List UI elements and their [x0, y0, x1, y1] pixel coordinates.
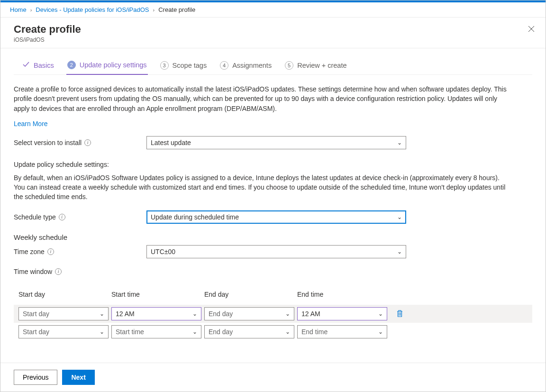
- label-text: Time zone: [14, 248, 45, 255]
- tab-label: Basics: [34, 62, 54, 69]
- select-value: Update during scheduled time: [151, 213, 239, 221]
- select-start-time[interactable]: Start time ⌄: [111, 325, 201, 338]
- select-value: UTC±00: [151, 248, 175, 255]
- info-icon[interactable]: i: [55, 268, 62, 275]
- label-schedule-type: Schedule type i: [14, 213, 146, 221]
- select-end-time[interactable]: End time ⌄: [297, 325, 387, 338]
- select-start-day[interactable]: Start day ⌄: [18, 325, 109, 338]
- select-value: End day: [209, 310, 233, 318]
- chevron-down-icon: ⌄: [378, 328, 383, 335]
- label-text: Select version to install: [14, 139, 82, 146]
- select-value: End day: [209, 328, 233, 336]
- tab-label: Update policy settings: [80, 61, 147, 69]
- breadcrumb: Home › Devices - Update policies for iOS…: [0, 2, 546, 18]
- select-start-day[interactable]: Start day ⌄: [18, 307, 109, 320]
- select-end-time[interactable]: 12 AM ⌄: [297, 307, 387, 320]
- select-value: End time: [301, 328, 328, 336]
- delete-row-button[interactable]: [390, 310, 409, 318]
- select-end-day[interactable]: End day ⌄: [204, 325, 294, 338]
- info-icon[interactable]: i: [84, 139, 91, 146]
- tab-label: Scope tags: [173, 62, 207, 69]
- time-window-table: Start day Start time End day End time St…: [14, 289, 532, 341]
- tab-assignments[interactable]: 4 Assignments: [219, 58, 273, 74]
- check-icon: [22, 61, 30, 70]
- label-text: Time window: [14, 268, 52, 275]
- row-timezone: Time zone i UTC±00 ⌄: [14, 245, 532, 258]
- select-value: 12 AM: [116, 310, 135, 318]
- col-start-time: Start time: [111, 291, 201, 298]
- next-button[interactable]: Next: [62, 370, 94, 385]
- breadcrumb-current: Create profile: [158, 6, 195, 13]
- schedule-settings-desc: By default, when an iOS/iPadOS Software …: [14, 173, 507, 202]
- chevron-right-icon: ›: [30, 7, 32, 13]
- chevron-right-icon: ›: [153, 7, 155, 13]
- tab-basics[interactable]: Basics: [21, 58, 55, 74]
- chevron-down-icon: ⌄: [285, 310, 290, 317]
- chevron-down-icon: ⌄: [397, 248, 402, 255]
- row-schedule-type: Schedule type i Update during scheduled …: [14, 210, 532, 224]
- label-version: Select version to install i: [14, 139, 146, 146]
- row-version: Select version to install i Latest updat…: [14, 136, 532, 149]
- step-number: 3: [160, 61, 169, 70]
- table-row: Start day ⌄ 12 AM ⌄ End day ⌄ 12 AM ⌄: [14, 305, 532, 323]
- select-end-day[interactable]: End day ⌄: [204, 307, 294, 320]
- select-value: Start day: [23, 328, 49, 336]
- page-header: Create profile iOS/iPadOS: [0, 18, 546, 48]
- select-value: Latest update: [151, 139, 191, 146]
- table-row: Start day ⌄ Start time ⌄ End day ⌄ End t…: [14, 323, 532, 341]
- select-schedule-type[interactable]: Update during scheduled time ⌄: [146, 210, 406, 224]
- step-number: 2: [67, 61, 76, 69]
- chevron-down-icon: ⌄: [100, 310, 104, 317]
- select-value: Start time: [116, 328, 144, 336]
- content-area: Basics 2 Update policy settings 3 Scope …: [0, 48, 546, 341]
- select-value: 12 AM: [301, 310, 320, 318]
- breadcrumb-home[interactable]: Home: [10, 6, 27, 13]
- col-start-day: Start day: [18, 291, 109, 298]
- breadcrumb-devices[interactable]: Devices - Update policies for iOS/iPadOS: [36, 6, 149, 13]
- tab-review-create[interactable]: 5 Review + create: [284, 58, 347, 74]
- step-number: 5: [285, 61, 293, 70]
- info-icon[interactable]: i: [47, 248, 54, 255]
- step-number: 4: [220, 61, 228, 70]
- wizard-tabs: Basics 2 Update policy settings 3 Scope …: [14, 48, 532, 75]
- label-timezone: Time zone i: [14, 248, 146, 255]
- select-version[interactable]: Latest update ⌄: [146, 136, 406, 149]
- weekly-schedule-heading: Weekly schedule: [14, 233, 532, 241]
- wizard-footer: Previous Next: [0, 363, 546, 392]
- chevron-down-icon: ⌄: [192, 310, 197, 317]
- schedule-settings-heading: Update policy schedule settings:: [14, 161, 532, 168]
- tab-label: Review + create: [297, 62, 346, 69]
- trash-icon: [396, 310, 403, 318]
- table-header: Start day Start time End day End time: [14, 289, 532, 305]
- tab-label: Assignments: [232, 62, 272, 69]
- select-timezone[interactable]: UTC±00 ⌄: [146, 245, 406, 258]
- tab-update-policy[interactable]: 2 Update policy settings: [66, 58, 148, 75]
- select-start-time[interactable]: 12 AM ⌄: [111, 307, 201, 320]
- tab-scope-tags[interactable]: 3 Scope tags: [159, 58, 208, 74]
- label-text: Schedule type: [14, 213, 56, 221]
- chevron-down-icon: ⌄: [285, 328, 290, 335]
- info-icon[interactable]: i: [59, 214, 65, 220]
- intro-text: Create a profile to force assigned devic…: [14, 75, 507, 113]
- chevron-down-icon: ⌄: [397, 214, 402, 220]
- learn-more-link[interactable]: Learn More: [14, 120, 48, 128]
- chevron-down-icon: ⌄: [378, 310, 383, 317]
- page-title: Create profile: [14, 23, 532, 36]
- select-value: Start day: [23, 310, 49, 318]
- label-time-window: Time window i: [14, 268, 532, 275]
- col-end-time: End time: [297, 291, 387, 298]
- col-end-day: End day: [204, 291, 294, 298]
- previous-button[interactable]: Previous: [14, 370, 57, 385]
- close-button[interactable]: [527, 24, 536, 34]
- close-icon: [528, 26, 535, 32]
- chevron-down-icon: ⌄: [397, 139, 402, 146]
- page-subtitle: iOS/iPadOS: [14, 36, 532, 43]
- chevron-down-icon: ⌄: [192, 328, 197, 335]
- chevron-down-icon: ⌄: [100, 328, 104, 335]
